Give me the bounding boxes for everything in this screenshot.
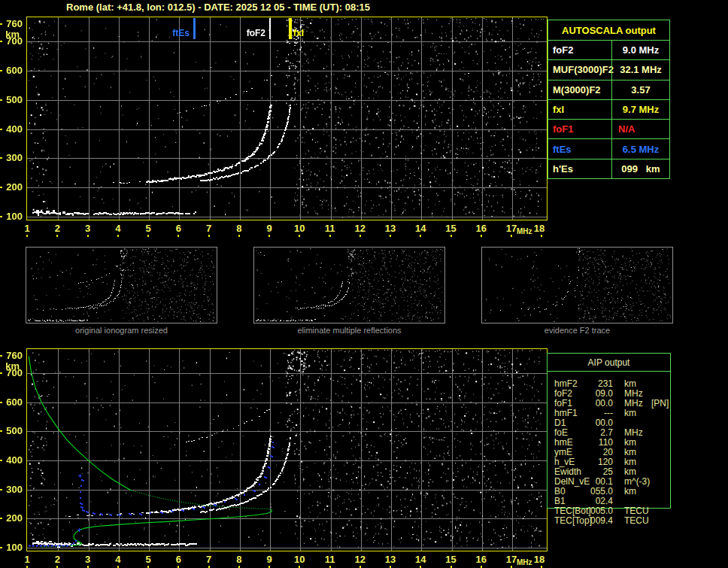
x-axis-tick <box>238 235 240 237</box>
y-axis-tick <box>0 187 2 188</box>
x-axis-tick <box>147 235 149 237</box>
x-tick-label: 12 <box>355 223 366 234</box>
y-tick-label: 760 <box>0 350 23 361</box>
ionogram-plot-top: ftEsfoF2fxI <box>26 17 548 220</box>
autoscala-row-label: ftEs <box>548 138 611 158</box>
autoscala-window: Rome (lat: +41.8, lon: 012.5) - DATE: 20… <box>0 0 728 568</box>
y-axis-tick <box>0 70 2 71</box>
x-tick-label: 6 <box>176 554 181 565</box>
x-tick-label: 3 <box>85 554 90 565</box>
x-tick-label: 6 <box>176 223 181 234</box>
aip-table-header: AIP output <box>548 354 670 372</box>
x-tick-label: 15 <box>445 554 456 565</box>
y-tick-label: 200 <box>0 181 23 193</box>
aip-row-extra: [PN] <box>651 399 669 409</box>
marker-label-foF2: foF2 <box>243 28 265 38</box>
marker-line-foF2 <box>269 18 271 39</box>
y-tick-label: 500 <box>0 425 23 436</box>
autoscala-row-label: MUF(3000)F2 <box>548 59 611 79</box>
marker-label-fxI: fxI <box>293 28 304 38</box>
y-axis-tick <box>0 157 2 159</box>
x-tick-label: 11 <box>325 223 335 234</box>
marker-label-ftEs: ftEs <box>167 28 190 38</box>
thumbnail-canvas-reflections <box>254 248 444 323</box>
x-tick-label: 15 <box>445 223 456 234</box>
x-tick-label: 11 <box>325 554 335 565</box>
autoscala-row-label: foF1 <box>548 119 611 138</box>
x-axis-tick <box>450 235 452 237</box>
y-axis-tick <box>0 355 2 357</box>
aip-row-unit: km <box>624 487 636 497</box>
x-tick-label: 1 <box>24 554 29 565</box>
autoscala-row-label: foF2 <box>548 40 611 59</box>
x-tick-label: 1 <box>24 223 29 234</box>
x-tick-label: 13 <box>385 223 396 234</box>
x-axis-unit-label: MHz <box>517 558 532 566</box>
autoscala-row-value: 099 km <box>611 159 669 178</box>
x-tick-label: 3 <box>85 223 90 234</box>
x-tick-label: 18 <box>534 554 544 565</box>
x-tick-label: 5 <box>145 223 150 234</box>
x-tick-label: 14 <box>415 223 426 234</box>
autoscala-table-grid: AUTOSCALA output foF29.0 MHzMUF(3000)F23… <box>548 20 670 179</box>
y-tick-label: 500 <box>0 94 23 105</box>
x-tick-label: 18 <box>534 223 544 234</box>
aip-row-unit: km <box>624 409 636 418</box>
autoscala-row-label: h'Es <box>548 159 611 178</box>
y-axis-unit-label: km <box>0 360 20 372</box>
x-tick-label: 8 <box>236 554 241 565</box>
aip-row-value: 009.4 <box>581 516 613 526</box>
x-axis-tick <box>268 235 270 237</box>
marker-line-fxI <box>289 18 292 39</box>
x-tick-label: 10 <box>294 554 305 565</box>
y-axis-tick <box>0 41 2 42</box>
thumbnail-multiple-reflections <box>253 247 445 323</box>
x-tick-label: 10 <box>294 223 305 234</box>
y-tick-label: 300 <box>0 484 23 495</box>
y-tick-label: 200 <box>0 512 23 524</box>
x-tick-label: 17 <box>506 223 517 234</box>
y-tick-label: 760 <box>0 18 23 29</box>
y-axis-tick <box>0 99 2 101</box>
x-axis-tick <box>299 235 300 237</box>
x-tick-label: 5 <box>145 554 150 565</box>
x-axis-tick <box>390 235 391 237</box>
x-axis-tick <box>87 235 89 237</box>
y-axis-tick <box>0 460 2 461</box>
x-tick-label: 2 <box>55 223 60 234</box>
x-axis-tick <box>208 235 210 237</box>
x-axis-tick <box>117 235 119 237</box>
thumbnail-canvas-f2trace <box>482 248 672 323</box>
x-tick-label: 14 <box>415 554 426 565</box>
x-tick-label: 4 <box>115 223 120 234</box>
x-axis-tick <box>541 235 542 237</box>
y-axis-tick <box>0 430 2 432</box>
x-axis-tick <box>420 235 421 237</box>
y-tick-label: 400 <box>0 454 23 466</box>
y-axis-tick <box>0 372 2 374</box>
x-tick-label: 17 <box>506 554 517 565</box>
x-tick-label: 8 <box>236 223 241 234</box>
autoscala-output-table: AUTOSCALA output foF29.0 MHzMUF(3000)F23… <box>548 20 670 179</box>
y-tick-label: 100 <box>0 542 23 553</box>
y-axis-tick <box>0 216 2 217</box>
y-axis-tick <box>0 518 2 519</box>
x-axis-tick <box>26 235 28 237</box>
x-axis-unit-label: MHz <box>517 227 532 235</box>
autoscala-row-value: 6.5 MHz <box>611 138 669 158</box>
x-tick-label: 9 <box>266 223 271 234</box>
x-axis-tick <box>56 235 58 237</box>
y-axis-unit-label: km <box>0 29 20 40</box>
x-tick-label: 2 <box>55 554 60 565</box>
x-tick-label: 12 <box>355 554 366 565</box>
page-title: Rome (lat: +41.8, lon: 012.5) - DATE: 20… <box>66 2 370 13</box>
autoscala-row-value: 32.1 MHz <box>611 59 669 79</box>
x-axis-tick <box>177 235 179 237</box>
aip-row: TEC[Top]009.4TECU <box>547 516 671 526</box>
ionogram-canvas-bottom <box>27 349 547 551</box>
x-axis-tick <box>359 235 361 237</box>
y-tick-label: 300 <box>0 152 23 163</box>
thumbnail-original-ionogram <box>26 247 217 323</box>
thumbnail-f2-trace <box>481 247 673 323</box>
thumbnail-caption-original: original ionogram resized <box>26 326 217 335</box>
